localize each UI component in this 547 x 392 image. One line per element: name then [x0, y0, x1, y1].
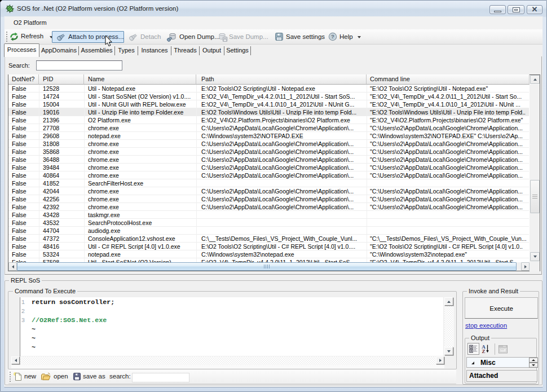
svg-text:Z: Z: [482, 349, 485, 354]
svg-text:?: ?: [331, 33, 334, 39]
